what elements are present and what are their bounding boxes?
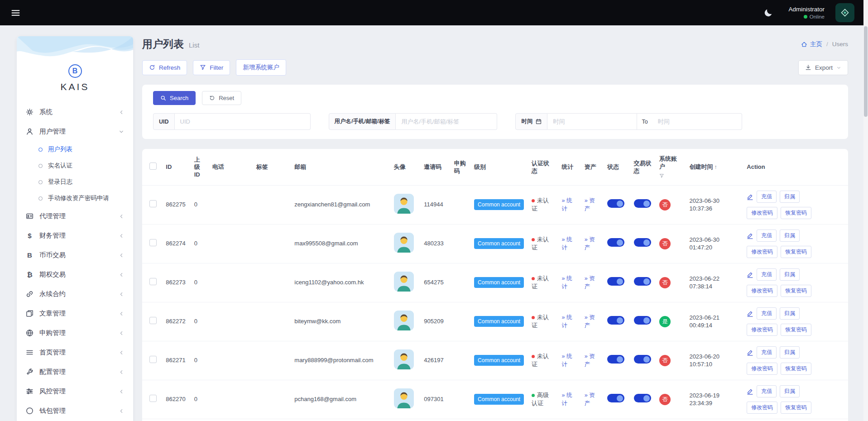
change-password-button[interactable]: 修改密码 <box>747 285 777 297</box>
restore-password-button[interactable]: 恢复密码 <box>781 363 811 375</box>
trade-status-toggle[interactable] <box>634 394 651 402</box>
edit-button[interactable] <box>747 310 753 317</box>
row-checkbox[interactable] <box>149 200 157 207</box>
sidebar-subitem[interactable]: 登录日志 <box>17 174 133 190</box>
restore-password-button[interactable]: 恢复密码 <box>781 402 811 414</box>
trade-status-toggle[interactable] <box>634 355 651 364</box>
sidebar-subitem[interactable]: 实名认证 <box>17 158 133 174</box>
recharge-button[interactable]: 充值 <box>757 307 777 320</box>
trade-status-toggle[interactable] <box>634 316 651 325</box>
attribution-button[interactable]: 归属 <box>780 346 800 359</box>
user-avatar[interactable] <box>394 349 414 369</box>
restore-password-button[interactable]: 恢复密码 <box>781 324 811 336</box>
row-checkbox[interactable] <box>149 317 157 324</box>
row-checkbox[interactable] <box>149 278 157 285</box>
select-all-checkbox[interactable] <box>149 163 157 170</box>
theme-toggle-button[interactable] <box>764 8 773 17</box>
status-toggle[interactable] <box>607 355 624 364</box>
assets-link[interactable]: » 资产 <box>585 353 595 368</box>
status-toggle[interactable] <box>607 238 624 247</box>
sidebar-item[interactable]: 代理管理 <box>17 206 133 226</box>
sidebar-item[interactable]: ₿期权交易 <box>17 265 133 284</box>
change-password-button[interactable]: 修改密码 <box>747 246 777 258</box>
export-button[interactable]: Export <box>798 60 848 75</box>
search-button[interactable]: Search <box>153 91 196 105</box>
change-password-button[interactable]: 修改密码 <box>747 324 777 336</box>
uid-input[interactable] <box>175 113 311 130</box>
edit-button[interactable] <box>747 349 753 356</box>
add-system-account-button[interactable]: 新增系统账户 <box>236 59 286 76</box>
status-toggle[interactable] <box>607 277 624 286</box>
sidebar-item[interactable]: 配置管理 <box>17 362 133 382</box>
trade-status-toggle[interactable] <box>634 199 651 208</box>
sidebar-item[interactable]: 用户管理 <box>17 122 133 141</box>
user-avatar[interactable] <box>394 194 414 214</box>
trade-status-toggle[interactable] <box>634 277 651 286</box>
sidebar-subitem[interactable]: 用户列表 <box>17 141 133 158</box>
change-password-button[interactable]: 修改密码 <box>747 207 777 219</box>
menu-toggle-button[interactable] <box>11 8 20 18</box>
edit-button[interactable] <box>747 193 753 200</box>
edit-button[interactable] <box>747 271 753 278</box>
user-avatar[interactable] <box>394 311 414 330</box>
filter-funnel-icon[interactable] <box>659 172 682 180</box>
recharge-button[interactable]: 充值 <box>757 385 777 397</box>
status-toggle[interactable] <box>607 316 624 325</box>
sidebar-subitem[interactable]: 手动修改资产密码申请 <box>17 190 133 206</box>
row-checkbox[interactable] <box>149 239 157 246</box>
attribution-button[interactable]: 归属 <box>780 307 800 320</box>
assets-link[interactable]: » 资产 <box>585 197 595 212</box>
user-filter-input[interactable] <box>396 113 497 130</box>
breadcrumb-home[interactable]: 主页 <box>801 40 822 48</box>
recharge-button[interactable]: 充值 <box>757 191 777 203</box>
attribution-button[interactable]: 归属 <box>780 268 800 281</box>
stats-link[interactable]: » 统计 <box>561 314 572 329</box>
recharge-button[interactable]: 充值 <box>757 230 777 242</box>
sidebar-item[interactable]: 首页管理 <box>17 343 133 362</box>
scrollbar[interactable] <box>863 0 868 421</box>
assets-link[interactable]: » 资产 <box>585 392 595 407</box>
recharge-button[interactable]: 充值 <box>757 268 777 281</box>
sidebar-item[interactable]: 风控管理 <box>17 382 133 401</box>
sidebar-item[interactable]: $财务管理 <box>17 226 133 245</box>
assets-link[interactable]: » 资产 <box>585 314 595 329</box>
row-checkbox[interactable] <box>149 356 157 363</box>
user-avatar[interactable] <box>394 272 414 292</box>
edit-button[interactable] <box>747 232 753 239</box>
assets-link[interactable]: » 资产 <box>585 275 595 290</box>
time-from-input[interactable] <box>547 113 637 130</box>
status-toggle[interactable] <box>607 394 624 402</box>
stats-link[interactable]: » 统计 <box>561 392 572 407</box>
sidebar-item[interactable]: B币币交易 <box>17 245 133 265</box>
stats-link[interactable]: » 统计 <box>561 275 572 290</box>
refresh-button[interactable]: Refresh <box>142 60 187 75</box>
sidebar-item[interactable]: 永续合约 <box>17 284 133 304</box>
restore-password-button[interactable]: 恢复密码 <box>781 207 811 219</box>
stats-link[interactable]: » 统计 <box>561 353 572 368</box>
change-password-button[interactable]: 修改密码 <box>747 402 777 414</box>
change-password-button[interactable]: 修改密码 <box>747 363 777 375</box>
attribution-button[interactable]: 归属 <box>780 191 800 203</box>
stats-link[interactable]: » 统计 <box>561 197 572 212</box>
sidebar-item[interactable]: 申购管理 <box>17 323 133 343</box>
status-toggle[interactable] <box>607 199 624 208</box>
user-avatar[interactable] <box>394 388 414 408</box>
column-header-system_account[interactable]: 系统账户 <box>656 149 686 185</box>
restore-password-button[interactable]: 恢复密码 <box>781 246 811 258</box>
sort-asc-icon[interactable]: ↑ <box>714 164 717 170</box>
sidebar-item[interactable]: 系统 <box>17 102 133 122</box>
assets-link[interactable]: » 资产 <box>585 236 595 251</box>
reset-button[interactable]: Reset <box>202 91 241 105</box>
filter-button[interactable]: Filter <box>193 60 230 75</box>
user-avatar[interactable] <box>394 233 414 253</box>
recharge-button[interactable]: 充值 <box>757 346 777 359</box>
column-header-created_at[interactable]: 创建时间↑ <box>686 149 743 185</box>
sidebar-item[interactable]: 文章管理 <box>17 304 133 323</box>
user-avatar[interactable] <box>835 3 854 22</box>
time-to-input[interactable] <box>652 113 742 130</box>
edit-button[interactable] <box>747 388 753 395</box>
attribution-button[interactable]: 归属 <box>780 230 800 242</box>
attribution-button[interactable]: 归属 <box>780 385 800 397</box>
sidebar-item[interactable]: 钱包管理 <box>17 401 133 421</box>
stats-link[interactable]: » 统计 <box>561 236 572 251</box>
